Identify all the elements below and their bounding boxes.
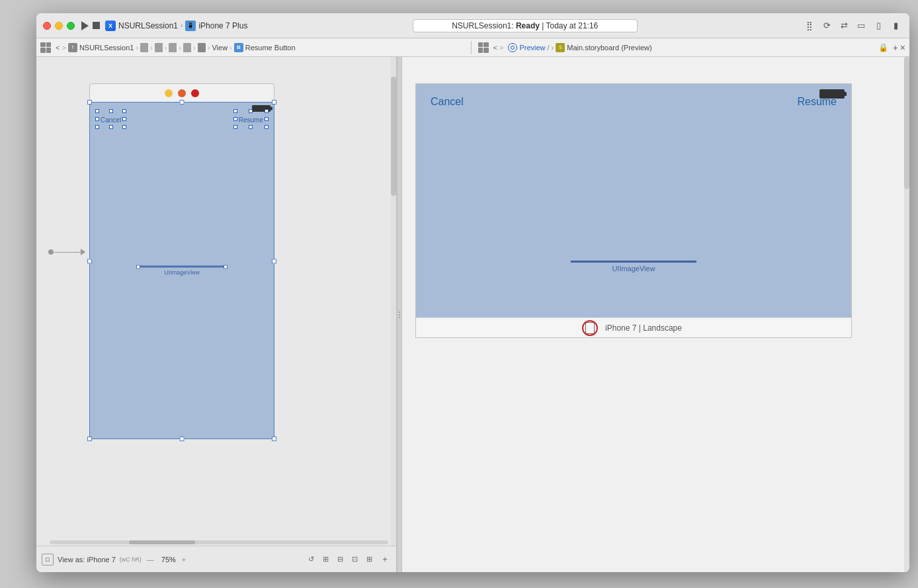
right-bc-nav-forward[interactable]: >: [499, 44, 503, 52]
traffic-lights: [43, 22, 75, 30]
bottom-icons: ↺ ⊞ ⊟ ⊡ ⊞: [305, 554, 375, 566]
resume-handle-bl: [233, 125, 237, 129]
canvas-handle-br: [272, 437, 276, 441]
handle-mr: [122, 117, 126, 121]
left-panel-bottom: □ View as: iPhone 7 (wC hR) — 75% + ↺ ⊞ …: [36, 546, 396, 572]
layout2-icon[interactable]: ⊟: [334, 554, 346, 566]
close-panel-icon[interactable]: ×: [900, 42, 905, 53]
right-bc-nav-back[interactable]: <: [493, 44, 497, 52]
preview-resume-label: Resume: [797, 96, 837, 108]
titlebar: X NSURLSession1 › 📱 iPhone 7 Plus NSURLS…: [36, 13, 909, 38]
refresh-bottom-icon[interactable]: ↺: [305, 554, 317, 566]
status-project: NSURLSession1:: [452, 21, 513, 30]
canvas-handle-tl: [87, 100, 92, 105]
status-ready: Ready: [516, 21, 540, 30]
preview-imageview-label: UIImageView: [571, 265, 696, 273]
folder-icon-2: [155, 43, 163, 52]
cancel-label: Cancel: [101, 116, 121, 124]
cancel-button-selected[interactable]: Cancel: [98, 112, 124, 126]
add-icon[interactable]: +: [893, 42, 898, 53]
resume-button-selected[interactable]: Resume: [236, 112, 266, 126]
divider-dots: [399, 312, 400, 318]
editor-standard-icon[interactable]: ⣿: [802, 19, 817, 33]
canvas-handle-ml: [87, 259, 92, 264]
canvas-handle-tm: [180, 100, 185, 105]
layout-split-icon[interactable]: ▯: [871, 19, 886, 33]
bc-nav-forward[interactable]: >: [62, 44, 65, 52]
left-breadcrumb: < > f NSURLSession1 › › › › › › View › B…: [40, 42, 468, 53]
project-name: NSURLSession1: [118, 21, 178, 30]
resume-handle-tr: [265, 109, 269, 113]
right-grid-icon[interactable]: [478, 42, 489, 53]
h-scrollbar[interactable]: [50, 540, 388, 544]
run-button[interactable]: [81, 21, 89, 30]
canvas-handle-mr: [272, 259, 276, 264]
zoom-minus[interactable]: —: [147, 556, 154, 564]
bc-resume-button[interactable]: Resume Button: [245, 44, 296, 52]
device-name: iPhone 7 Plus: [198, 21, 247, 30]
add-bottom-icon[interactable]: +: [379, 554, 391, 566]
minimize-button[interactable]: [55, 22, 63, 30]
folder-icon-3: [169, 43, 177, 52]
status-bar: NSURLSession1: Ready | Today at 21:16: [413, 19, 638, 32]
view-as-icon[interactable]: □: [42, 554, 54, 566]
resume-handle-ml: [233, 117, 237, 121]
bc-nav-back[interactable]: <: [56, 44, 60, 52]
folder-icon-4: [183, 43, 191, 52]
handle-tl: [95, 109, 99, 113]
stop-button[interactable]: [93, 22, 100, 29]
scene-dot-red: [191, 89, 199, 97]
preview-frame-container: Cancel Resume UIImageView: [415, 83, 852, 338]
bc-preview[interactable]: Preview: [519, 44, 545, 52]
resume-handle-tl: [233, 109, 237, 113]
split-divider[interactable]: [397, 57, 402, 572]
canvas-handle-bm: [180, 437, 185, 441]
right-v-scrollbar[interactable]: [904, 57, 909, 572]
layout1-icon[interactable]: ⊞: [319, 554, 331, 566]
preview-frame: Cancel Resume UIImageView: [415, 83, 852, 338]
refresh-icon[interactable]: ⟳: [819, 19, 834, 33]
preview-cancel-label: Cancel: [431, 96, 464, 108]
zoom-plus[interactable]: +: [182, 556, 186, 564]
maximize-button[interactable]: [67, 22, 75, 30]
lock-icon[interactable]: 🔒: [878, 43, 888, 52]
segue-arrow: [48, 249, 85, 255]
layout4-icon[interactable]: ⊞: [363, 554, 375, 566]
layout-single-icon[interactable]: ▭: [854, 19, 868, 33]
bc-view[interactable]: View: [212, 44, 228, 52]
resume-handle-br: [265, 125, 269, 129]
titlebar-right-icons: ⣿ ⟳ ⇄ ▭ ▯ ▮: [802, 19, 903, 33]
main-content: Cancel: [36, 57, 909, 572]
imageview-bar[interactable]: UIImageView: [139, 266, 225, 276]
file-icon: f: [68, 43, 77, 52]
wc-label: (wC hR): [120, 556, 142, 563]
preview-imageview: UIImageView: [571, 261, 696, 273]
device-icon: 📱: [185, 21, 196, 31]
handle-tr: [122, 109, 126, 113]
layout3-icon[interactable]: ⊡: [349, 554, 360, 566]
close-button[interactable]: [43, 22, 51, 30]
rotate-circle: [582, 320, 598, 336]
storyboard-icon: S: [556, 43, 565, 52]
resume-handle-mr: [265, 117, 269, 121]
bc-storyboard[interactable]: Main.storyboard (Preview): [567, 44, 651, 52]
iv-right-handle: [224, 265, 228, 269]
scene-dot-orange: [178, 89, 186, 97]
v-scrollbar[interactable]: [391, 57, 396, 546]
imageview-label: UIImageView: [139, 269, 225, 276]
back-forward-icon[interactable]: ⇄: [837, 19, 851, 33]
folder-icon: [140, 43, 148, 52]
handle-br: [122, 125, 126, 129]
resume-handle-tm: [249, 109, 253, 113]
vc-canvas[interactable]: Cancel: [89, 102, 274, 439]
scene-header: [89, 83, 274, 102]
left-panel: Cancel: [36, 57, 397, 572]
handle-tm: [109, 109, 113, 113]
layout-versioned-icon[interactable]: ▮: [888, 19, 903, 33]
xcode-app-icon: X: [105, 21, 116, 31]
grid-icon[interactable]: [40, 42, 51, 53]
preview-circle-icon: [508, 43, 517, 52]
canvas-handle-tr: [272, 100, 276, 105]
preview-device-bar: iPhone 7 | Landscape: [416, 317, 851, 337]
bc-project[interactable]: NSURLSession1: [79, 44, 134, 52]
